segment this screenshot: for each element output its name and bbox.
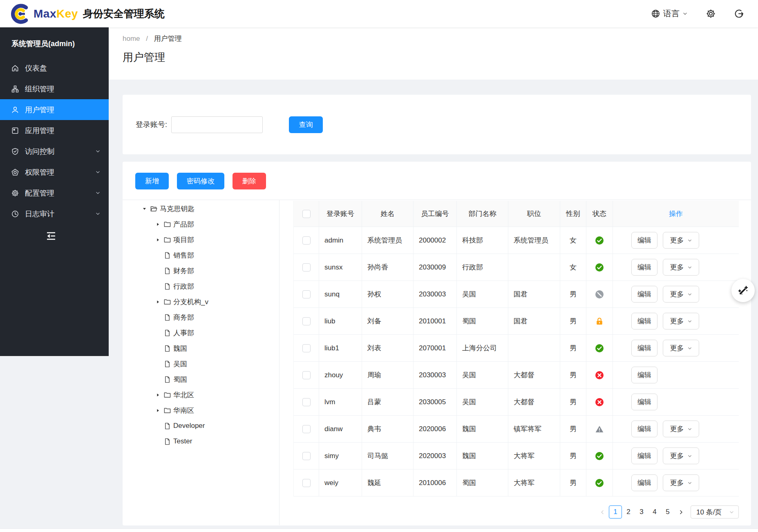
sidebar-item-applications[interactable]: 应用管理 — [0, 120, 109, 141]
row-checkbox[interactable] — [302, 452, 311, 460]
cell-status — [586, 416, 613, 443]
tree-node[interactable]: 销售部 — [123, 247, 279, 263]
folder-icon — [163, 407, 171, 414]
row-checkbox[interactable] — [302, 425, 311, 433]
delete-button[interactable]: 删除 — [233, 173, 266, 189]
breadcrumb-home[interactable]: home — [123, 35, 140, 42]
gear-icon[interactable] — [706, 9, 716, 19]
cell-position: 国君 — [508, 281, 560, 308]
tree-node[interactable]: 马克思钥匙 — [123, 201, 279, 216]
chevron-down-icon — [687, 481, 692, 485]
search-button[interactable]: 查询 — [289, 116, 323, 133]
tree-node[interactable]: 华北区 — [123, 387, 279, 403]
tree-node[interactable]: 商务部 — [123, 309, 279, 325]
tree-node-label: 销售部 — [173, 251, 194, 260]
more-button[interactable]: 更多 — [663, 340, 699, 356]
column-header[interactable]: 操作 — [613, 201, 739, 227]
pagination: 1234510 条/页 — [293, 505, 739, 519]
caret-right-icon[interactable] — [152, 407, 163, 414]
edit-button[interactable]: 编辑 — [631, 394, 657, 410]
tree-node[interactable]: 分支机构_v — [123, 294, 279, 309]
more-button[interactable]: 更多 — [663, 447, 699, 464]
caret-right-icon[interactable] — [152, 392, 163, 398]
file-icon — [163, 252, 171, 259]
row-checkbox[interactable] — [302, 398, 311, 406]
tree-caret-spacer — [152, 423, 163, 429]
table-row: lvm吕蒙2030005吴国大都督男编辑 — [293, 389, 739, 416]
sidebar-item-audit[interactable]: 日志审计 — [0, 203, 109, 224]
row-checkbox[interactable] — [302, 236, 311, 245]
more-button[interactable]: 更多 — [663, 313, 699, 329]
edit-button[interactable]: 编辑 — [631, 259, 657, 276]
row-checkbox[interactable] — [302, 344, 311, 352]
edit-button[interactable]: 编辑 — [631, 421, 657, 437]
row-checkbox[interactable] — [302, 263, 311, 272]
row-checkbox[interactable] — [302, 371, 311, 379]
row-checkbox[interactable] — [302, 290, 311, 298]
caret-right-icon[interactable] — [152, 221, 163, 227]
sidebar-item-dashboard[interactable]: 仪表盘 — [0, 58, 109, 78]
edit-button[interactable]: 编辑 — [631, 286, 657, 303]
tree-node[interactable]: 行政部 — [123, 278, 279, 294]
tree-node[interactable]: 吴国 — [123, 356, 279, 372]
next-page-button[interactable] — [674, 505, 687, 519]
row-checkbox[interactable] — [302, 479, 311, 487]
chevron-down-icon — [682, 11, 688, 16]
more-button[interactable]: 更多 — [663, 421, 699, 437]
page-button-4[interactable]: 4 — [648, 505, 661, 519]
change-password-button[interactable]: 密码修改 — [177, 173, 224, 189]
app-header: Max Key 身份安全管理系统 语言 — [0, 0, 758, 27]
cell-position: 镇军将军 — [508, 416, 560, 443]
tree-node[interactable]: 蜀国 — [123, 372, 279, 387]
maxkey-logo — [10, 4, 30, 24]
more-button[interactable]: 更多 — [663, 286, 699, 303]
search-input[interactable] — [171, 116, 263, 133]
tree-node[interactable]: 产品部 — [123, 216, 279, 232]
magic-wand-button[interactable] — [731, 279, 755, 302]
row-checkbox[interactable] — [302, 317, 311, 325]
caret-right-icon[interactable] — [152, 298, 163, 305]
more-button[interactable]: 更多 — [663, 474, 699, 491]
edit-button[interactable]: 编辑 — [631, 232, 657, 249]
page-button-3[interactable]: 3 — [635, 505, 648, 519]
edit-button[interactable]: 编辑 — [631, 367, 657, 383]
sidebar: 系统管理员(admin) 仪表盘组织管理用户管理应用管理访问控制权限管理配置管理… — [0, 27, 109, 356]
edit-button[interactable]: 编辑 — [631, 474, 657, 491]
cell-status — [586, 281, 613, 308]
cell-name: 孙权 — [362, 281, 414, 308]
sidebar-item-organization[interactable]: 组织管理 — [0, 78, 109, 99]
actions-cell: 编辑更多 — [613, 227, 739, 254]
add-button[interactable]: 新增 — [135, 173, 169, 189]
logout-icon[interactable] — [734, 9, 744, 19]
tree-node[interactable]: 人事部 — [123, 325, 279, 341]
chevron-down-icon — [729, 510, 734, 515]
sidebar-item-access[interactable]: 访问控制 — [0, 141, 109, 162]
prev-page-button[interactable] — [596, 505, 609, 519]
page-button-5[interactable]: 5 — [661, 505, 674, 519]
more-button[interactable]: 更多 — [663, 232, 699, 249]
edit-button[interactable]: 编辑 — [631, 340, 657, 356]
sidebar-item-permissions[interactable]: 权限管理 — [0, 162, 109, 183]
language-menu[interactable]: 语言 — [651, 8, 688, 19]
sidebar-item-users[interactable]: 用户管理 — [0, 99, 109, 120]
tree-node[interactable]: 项目部 — [123, 232, 279, 247]
edit-button[interactable]: 编辑 — [631, 447, 657, 464]
page-button-2[interactable]: 2 — [622, 505, 635, 519]
page-button-1[interactable]: 1 — [609, 505, 622, 519]
menu-fold-icon[interactable] — [45, 230, 57, 242]
tree-node[interactable]: Developer — [123, 418, 279, 434]
tree-node[interactable]: 魏国 — [123, 341, 279, 356]
more-button[interactable]: 更多 — [663, 259, 699, 276]
page-size-select[interactable]: 10 条/页 — [691, 505, 739, 519]
sidebar-item-config[interactable]: 配置管理 — [0, 183, 109, 203]
tree-node[interactable]: 华南区 — [123, 403, 279, 418]
caret-down-icon[interactable] — [139, 205, 150, 212]
edit-button[interactable]: 编辑 — [631, 313, 657, 329]
actions-cell: 编辑更多 — [613, 470, 739, 496]
cell-status — [586, 254, 613, 281]
status-inactive-icon — [595, 371, 604, 379]
select-all-checkbox[interactable] — [302, 210, 311, 218]
tree-node[interactable]: Tester — [123, 434, 279, 449]
caret-right-icon[interactable] — [152, 236, 163, 243]
tree-node[interactable]: 财务部 — [123, 263, 279, 278]
